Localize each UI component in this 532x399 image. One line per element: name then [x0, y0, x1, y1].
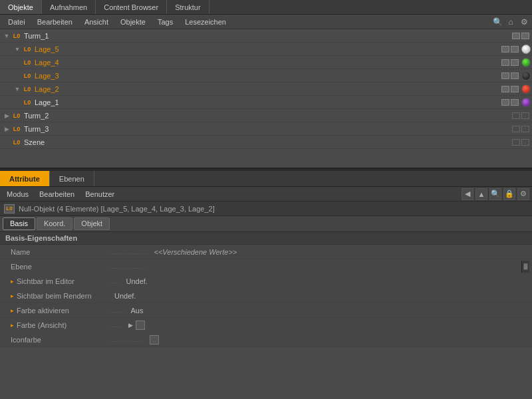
expand-icon[interactable]: ▶ — [3, 126, 11, 132]
prop-value-name[interactable]: <<Verschiedene Werte>> — [149, 248, 529, 256]
prop-label-name: Name — [3, 248, 109, 256]
subtab-koord[interactable]: Koord. — [37, 217, 72, 230]
obj-type-icon: L0 — [11, 138, 23, 147]
sphere-purple-icon — [521, 98, 531, 107]
prop-dots: ..... — [109, 278, 121, 285]
prop-value-farbe-ansicht[interactable]: ▶ — [123, 321, 529, 330]
prop-value-text: Aus — [131, 307, 144, 315]
prop-label-farbe-ansicht: ▸ Farbe (Ansicht) — [3, 321, 109, 329]
list-item[interactable]: ▶ L0 Turm_2 — [0, 109, 532, 122]
expand-icon[interactable]: ▼ — [13, 46, 21, 53]
tag-icon — [521, 112, 529, 119]
prop-label-farbe-aktivieren: ▸ Farbe aktivieren — [3, 307, 109, 315]
tag-icon — [511, 46, 519, 53]
prop-value-farbe-aktivieren[interactable]: Aus — [126, 307, 529, 315]
sphere-red-icon — [521, 84, 531, 94]
obj-name: Lage_1 — [35, 98, 501, 106]
tag-icon — [511, 99, 519, 106]
obj-info-line: L0 Null-Objekt (4 Elemente) [Lage_5, Lag… — [0, 201, 532, 216]
tab-content-browser[interactable]: Content Browser — [96, 0, 167, 14]
gear-icon[interactable]: ⚙ — [517, 188, 529, 200]
tag-icon — [511, 72, 519, 79]
obj-type-icon: L0 — [21, 84, 33, 94]
attr-toolbar: Modus Bearbeiten Benutzer ◀ ▲ 🔍 🔒 ⚙ — [0, 187, 532, 201]
prop-label-ebene: Ebene — [3, 263, 109, 271]
prop-value-text: Undef. — [126, 277, 148, 285]
subtab-basis[interactable]: Basis — [3, 217, 35, 230]
menu-datei[interactable]: Datei — [3, 17, 31, 27]
tag-icon — [521, 126, 529, 132]
tag-icon — [512, 112, 520, 119]
menu-ansicht[interactable]: Ansicht — [79, 17, 114, 27]
list-item[interactable]: L0 Lage_3 — [0, 69, 532, 82]
prop-label-sichtbar-editor: ▸ Sichtbar im Editor — [3, 277, 109, 285]
home-icon[interactable]: ⌂ — [505, 17, 516, 27]
obj-name: Lage_5 — [35, 45, 501, 53]
obj-tag-icons — [512, 33, 529, 39]
arrow-up-icon[interactable]: ▲ — [475, 188, 487, 200]
toolbar-bearbeiten[interactable]: Bearbeiten — [35, 190, 78, 199]
prop-value-ebene[interactable]: ▓ — [146, 261, 529, 273]
list-item[interactable]: ▼ L0 Lage_2 — [0, 82, 532, 96]
menu-objekte[interactable]: Objekte — [115, 17, 151, 27]
tag-icon — [501, 59, 509, 66]
tab-attribute[interactable]: Attribute — [0, 171, 50, 186]
obj-tag-icons — [501, 72, 519, 79]
list-item[interactable]: ▶ L0 Turm_3 — [0, 122, 532, 136]
obj-type-icon: L0 — [21, 45, 33, 54]
prop-row-iconfarbe: Iconfarbe ............... — [0, 332, 532, 347]
object-list: ▼ L0 Turm_1 ▼ L0 Lage_5 L0 Lage_4 L0 Lag… — [0, 29, 532, 169]
menu-lesezeichen[interactable]: Lesezeichen — [180, 17, 231, 27]
tab-aufnahmen[interactable]: Aufnahmen — [42, 0, 96, 14]
tab-ebenen[interactable]: Ebenen — [50, 171, 94, 186]
menu-tags[interactable]: Tags — [152, 17, 178, 27]
obj-type-icon: L0 — [21, 71, 33, 80]
search-icon[interactable]: 🔍 — [492, 17, 503, 27]
menu-bar-icons: 🔍 ⌂ ⚙ — [492, 17, 529, 27]
tab-objekte[interactable]: Objekte — [0, 0, 42, 14]
prop-value-sichtbar-rendern[interactable]: Undef. — [109, 292, 529, 300]
prop-value-text: <<Verschiedene Werte>> — [154, 248, 237, 256]
list-item[interactable]: L0 Lage_1 — [0, 96, 532, 109]
toolbar-modus[interactable]: Modus — [3, 190, 33, 199]
toolbar-benutzer[interactable]: Benutzer — [81, 190, 118, 199]
obj-name: Turm_2 — [24, 112, 512, 120]
obj-name: Szene — [24, 138, 512, 146]
top-tab-bar: Objekte Aufnahmen Content Browser Strukt… — [0, 0, 532, 15]
list-item[interactable]: L0 Lage_4 — [0, 56, 532, 69]
arrow-left-icon[interactable]: ◀ — [462, 188, 473, 200]
prop-label-text: Name — [11, 248, 30, 256]
arrow-icon: ▸ — [11, 322, 14, 329]
prop-dots: ............... — [109, 336, 144, 343]
tag-icon — [501, 86, 509, 92]
list-item[interactable]: ▼ L0 Lage_5 — [0, 43, 532, 56]
prop-dots: ...... — [109, 322, 123, 329]
obj-type-icon: L0 — [21, 58, 33, 67]
settings-icon[interactable]: ⚙ — [519, 17, 529, 27]
obj-type-icon: L0 — [11, 31, 23, 41]
list-item[interactable]: L0 Szene — [0, 136, 532, 149]
obj-name: Lage_4 — [35, 59, 501, 66]
subtab-objekt[interactable]: Objekt — [74, 217, 110, 230]
prop-label-text: Farbe (Ansicht) — [17, 321, 66, 329]
menu-bar: Datei Bearbeiten Ansicht Objekte Tags Le… — [0, 15, 532, 29]
tag-icon — [521, 33, 529, 39]
search-icon[interactable]: 🔍 — [489, 188, 501, 200]
expand-icon[interactable]: ▼ — [13, 86, 21, 92]
checkbox-icon[interactable] — [150, 335, 159, 344]
arrow-icon: ▸ — [11, 307, 14, 314]
obj-tag-icons — [501, 46, 519, 53]
expand-arrow-icon[interactable]: ▶ — [128, 322, 133, 329]
prop-label-iconfarbe: Iconfarbe — [3, 336, 109, 344]
prop-value-sichtbar-editor[interactable]: Undef. — [121, 277, 529, 285]
prop-dots: ................. — [109, 249, 149, 255]
expand-icon[interactable]: ▶ — [3, 112, 11, 119]
obj-name: Lage_2 — [35, 85, 501, 93]
list-item[interactable]: ▼ L0 Turm_1 — [0, 29, 532, 43]
tag-icon — [501, 46, 509, 53]
color-swatch[interactable] — [136, 321, 145, 330]
menu-bearbeiten[interactable]: Bearbeiten — [32, 17, 78, 27]
tab-struktur[interactable]: Struktur — [167, 0, 209, 14]
expand-icon[interactable]: ▼ — [3, 33, 11, 39]
lock-icon[interactable]: 🔒 — [503, 188, 515, 200]
